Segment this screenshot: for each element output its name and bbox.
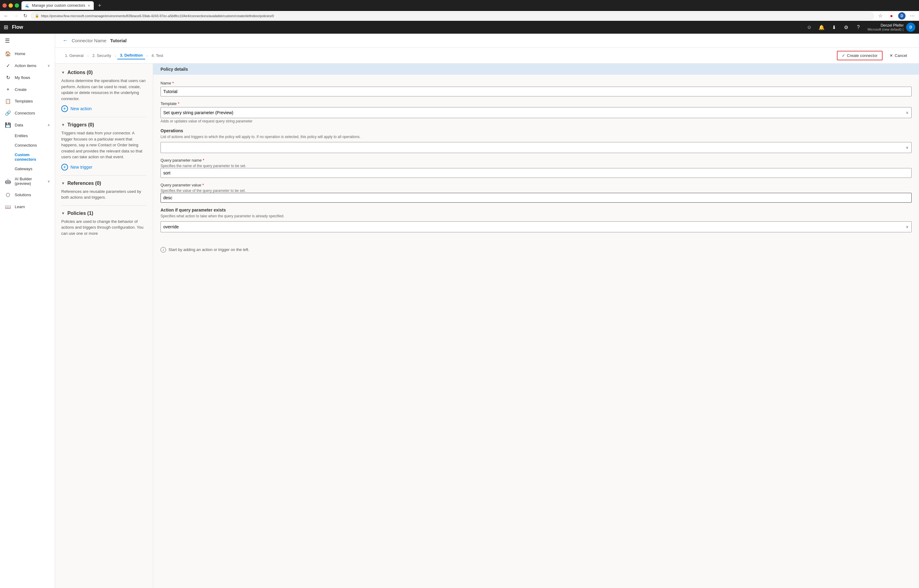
browser-tab-close[interactable]: ✕ (88, 4, 90, 7)
sidebar-item-gateways[interactable]: Gateways (0, 164, 55, 174)
references-section-header[interactable]: ▼ References (0) (61, 181, 147, 186)
sidebar-item-learn[interactable]: 📖 Learn (0, 201, 55, 213)
refresh-nav-btn[interactable]: ↻ (22, 12, 29, 19)
action-buttons: ✓ Create connector ✕ Cancel (837, 51, 912, 60)
new-tab-button[interactable]: + (96, 2, 103, 9)
ai-builder-icon: 🤖 (5, 178, 11, 184)
sidebar-item-connectors[interactable]: 🔗 Connectors (0, 107, 55, 119)
query-param-name-helper: Specifies the name of the query paramete… (160, 164, 912, 168)
sidebar-item-create[interactable]: + Create (0, 84, 55, 95)
query-param-value-field: Query parameter value * Specifies the va… (160, 183, 912, 203)
help-btn[interactable]: ? (853, 22, 864, 33)
divider-3 (61, 205, 147, 206)
sidebar-item-solutions[interactable]: ⬡ Solutions (0, 189, 55, 201)
learn-icon: 📖 (5, 204, 11, 210)
name-input[interactable] (160, 87, 912, 97)
wizard-step-security[interactable]: 2. Security (90, 52, 113, 59)
sidebar-item-templates[interactable]: 📋 Templates (0, 95, 55, 107)
operations-select[interactable] (160, 142, 912, 153)
chevron-down-icon-ai: ∨ (47, 179, 50, 183)
divider-1 (61, 117, 147, 117)
wizard-bar: 1. General › 2. Security › 3. Definition… (55, 48, 919, 64)
sidebar-item-action-items[interactable]: ✓ Action items ∨ (0, 60, 55, 72)
lock-icon: 🔒 (35, 14, 39, 18)
sidebar-label-learn: Learn (15, 205, 25, 209)
wizard-sep-2: › (113, 53, 118, 58)
query-param-value-input[interactable] (160, 193, 912, 203)
back-button[interactable]: ← (63, 37, 68, 44)
triggers-section-title: Triggers (0) (67, 122, 94, 128)
cancel-button[interactable]: ✕ Cancel (885, 51, 912, 60)
hamburger-menu-btn[interactable]: ☰ (0, 34, 55, 48)
actions-collapse-icon: ▼ (61, 70, 65, 75)
wizard-step-general[interactable]: 1. General (63, 52, 86, 59)
cancel-label: Cancel (895, 53, 907, 58)
content-area: ▼ Actions (0) Actions determine the oper… (55, 64, 919, 588)
url-bar[interactable]: 🔒 https://preview.flow.microsoft.com/man… (31, 12, 874, 19)
sidebar-item-entities[interactable]: Entities (0, 131, 55, 141)
sidebar-item-data[interactable]: 💾 Data ∧ (0, 119, 55, 131)
sidebar-item-ai-builder[interactable]: 🤖 AI Builder (preview) ∨ (0, 174, 55, 189)
back-nav-btn[interactable]: ← (2, 13, 10, 19)
browser-minimize-btn[interactable] (8, 3, 13, 8)
waffle-icon[interactable]: ⊞ (4, 24, 8, 31)
policies-section-header[interactable]: ▼ Policies (1) (61, 211, 147, 216)
smiley-btn[interactable]: ☺ (804, 22, 815, 33)
extension-btn1[interactable]: ● (887, 11, 896, 20)
more-options-btn[interactable]: ⋯ (908, 11, 917, 20)
notifications-btn[interactable]: 🔔 (816, 22, 827, 33)
template-select[interactable]: Set query string parameter (Preview) (160, 107, 912, 118)
sidebar-label-home: Home (15, 52, 26, 56)
wizard-step-definition[interactable]: 3. Definition (117, 52, 145, 60)
browser-tab-active[interactable]: 🌊 Manage your custom connectors ✕ (21, 1, 94, 10)
new-trigger-button[interactable]: + New trigger (61, 164, 147, 171)
template-field: Template * Set query string parameter (P… (160, 101, 912, 123)
browser-close-btn[interactable] (2, 3, 7, 8)
name-required: * (172, 81, 174, 86)
action-if-exists-select[interactable]: override (160, 221, 912, 232)
sidebar-item-connections[interactable]: Connections (0, 141, 55, 150)
actions-section-title: Actions (0) (67, 70, 93, 75)
new-action-button[interactable]: + New action (61, 105, 147, 112)
sidebar-item-custom-connectors[interactable]: Custom connectors (0, 150, 55, 164)
step-definition-label: 3. Definition (120, 53, 143, 58)
references-collapse-icon: ▼ (61, 181, 65, 186)
create-connector-button[interactable]: ✓ Create connector (837, 51, 883, 60)
wizard-step-test[interactable]: 4. Test (149, 52, 166, 59)
sidebar-label-my-flows: My flows (15, 75, 30, 80)
operations-field: Operations List of actions and triggers … (160, 128, 912, 153)
actions-description: Actions determine the operations that us… (61, 78, 147, 102)
browser-maximize-btn[interactable] (15, 3, 19, 8)
download-btn[interactable]: ⬇ (828, 22, 840, 33)
actions-section-header[interactable]: ▼ Actions (0) (61, 70, 147, 75)
triggers-section-header[interactable]: ▼ Triggers (0) (61, 122, 147, 128)
home-icon: 🏠 (5, 51, 11, 57)
policies-description: Policies are used to change the behavior… (61, 218, 147, 237)
references-description: References are reusable parameters used … (61, 189, 147, 200)
settings-btn[interactable]: ⚙ (841, 22, 852, 33)
query-param-name-input[interactable] (160, 168, 912, 178)
sidebar-label-action-items: Action items (15, 63, 36, 68)
back-arrow-icon: ← (63, 37, 68, 44)
action-if-exists-label: Action if query parameter exists (160, 208, 912, 212)
references-section-title: References (0) (67, 181, 101, 186)
query-param-value-required: * (203, 183, 204, 187)
connector-name-label: Connector Name (72, 38, 106, 43)
top-nav: ← Connector Name Tutorial (55, 34, 919, 48)
favorites-btn[interactable]: ☆ (876, 11, 885, 20)
new-action-plus-icon: + (61, 105, 68, 112)
create-connector-label: Create connector (847, 53, 878, 58)
forward-nav-btn[interactable]: → (12, 13, 19, 19)
template-helper: Adds or updates value of request query s… (160, 119, 912, 123)
sidebar-item-my-flows[interactable]: ↻ My flows (0, 72, 55, 84)
template-required: * (178, 101, 179, 106)
sidebar-label-connections: Connections (15, 143, 37, 147)
sidebar: ☰ 🏠 Home ✓ Action items ∨ ↻ My flows + C… (0, 34, 55, 588)
user-avatar[interactable]: D (906, 23, 915, 32)
sidebar-label-ai-builder: AI Builder (preview) (15, 177, 44, 186)
sidebar-item-home[interactable]: 🏠 Home (0, 48, 55, 60)
profile-btn[interactable]: D (898, 12, 906, 19)
main-content: ← Connector Name Tutorial 1. General › 2… (55, 34, 919, 588)
user-info: Denzel Pfeifer Microsoft (new default) (… (867, 23, 915, 32)
browser-actions: ☆ ● D ⋯ (876, 11, 917, 20)
